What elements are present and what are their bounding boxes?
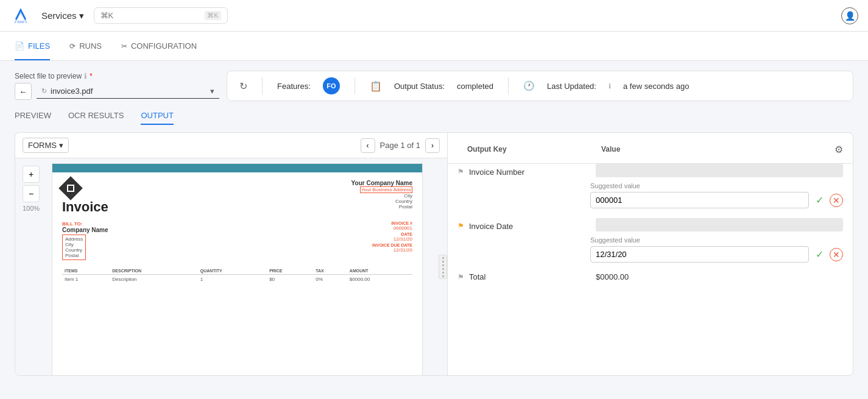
files-tab-label: FILES (28, 41, 50, 51)
tab-files[interactable]: 📄 FILES (15, 32, 50, 60)
invoice-date-reject-button[interactable]: ✕ (830, 248, 843, 261)
file-dropdown[interactable]: ↻ invoice3.pdf ▾ (37, 84, 219, 99)
next-page-button[interactable]: › (425, 138, 440, 153)
zoom-out-button[interactable]: − (23, 185, 40, 202)
invoice-number-input[interactable] (590, 192, 809, 208)
col-header-value: Value (601, 145, 620, 154)
invoice-date-input-row: ✓ ✕ (590, 246, 843, 263)
file-selector-label: Select file to preview ℹ * (15, 72, 219, 80)
invoice-right-info: INVOICE # 0000001 DATE 12/31/20 INVOICE … (372, 221, 412, 260)
user-icon: 👤 (845, 11, 855, 21)
invoice-company: Your Company Name Your Business Address … (351, 180, 412, 210)
invoice-table: ITEMS DESCRIPTION QUANTITY PRICE TAX AMO… (62, 267, 412, 284)
invoice-preview: Invoice Your Company Name Your Business … (52, 163, 423, 375)
invoice-col-quantity: QUANTITY (198, 267, 267, 275)
search-bar[interactable]: ⌘K (94, 7, 228, 24)
output-icon: 📋 (370, 80, 382, 92)
invoice-bill-section: BILL TO: Company Name Address City Count… (62, 221, 412, 260)
invoice-number-reject-button[interactable]: ✕ (830, 194, 843, 207)
flag-gray-icon-2: ⚑ (457, 273, 464, 281)
services-label: Services (41, 10, 77, 21)
invoice-number-key: Invoice Number (469, 168, 591, 177)
settings-gear-icon[interactable]: ⚙ (834, 144, 843, 155)
sub-tab-ocr-results[interactable]: OCR RESULTS (68, 111, 124, 125)
fo-badge: FO (323, 77, 340, 94)
output-status-value: completed (457, 82, 493, 91)
invoice-col-items: ITEMS (62, 267, 110, 275)
invoice-number-input-row: ✓ ✕ (590, 192, 843, 208)
invoice-col-price: PRICE (267, 267, 313, 275)
svg-rect-0 (17, 21, 24, 23)
sub-tabs: PREVIEW OCR RESULTS OUTPUT (15, 111, 853, 125)
page-label: Page 1 of 1 (380, 141, 421, 150)
sub-tab-preview[interactable]: PREVIEW (15, 111, 51, 125)
refresh-small-icon: ↻ (41, 87, 47, 95)
invoice-title: Invoice (62, 199, 108, 215)
info-icon-2: ℹ (609, 82, 611, 90)
tab-runs[interactable]: ⟳ RUNS (69, 32, 102, 60)
selected-file-name: invoice3.pdf (51, 87, 93, 96)
invoice-number-empty-bar (596, 164, 843, 177)
configuration-tab-icon: ✂ (121, 42, 127, 51)
keyboard-shortcut: ⌘K (205, 11, 221, 20)
col-header-key: Output Key (467, 145, 601, 154)
chevron-down-icon: ▾ (79, 10, 84, 21)
panel-resize-handle[interactable] (439, 255, 447, 279)
invoice-date-key: Invoice Date (469, 222, 591, 231)
total-value-area: $0000.00 (596, 272, 843, 281)
zoom-level: 100% (23, 205, 40, 212)
zoom-in-button[interactable]: + (23, 166, 40, 183)
zoom-controls: + − 100% (23, 166, 40, 212)
last-updated-value: a few seconds ago (623, 82, 689, 91)
invoice-col-tax: TAX (313, 267, 347, 275)
search-input[interactable] (101, 11, 186, 20)
output-status-label: Output Status: (394, 82, 445, 91)
output-item-invoice-number: ⚑ Invoice Number Suggested value ✓ (457, 164, 843, 208)
required-marker: * (90, 72, 93, 80)
main-tabs: 📄 FILES ⟳ RUNS ✂ CONFIGURATION (0, 32, 868, 61)
info-icon: ℹ (84, 72, 87, 80)
output-item-total: ⚑ Total $0000.00 (457, 272, 843, 281)
preview-toolbar: FORMS ▾ ‹ Page 1 of 1 › (15, 133, 447, 158)
back-arrow-icon: ← (19, 87, 27, 96)
clock-icon: 🕐 (523, 80, 535, 91)
preview-panel: FORMS ▾ ‹ Page 1 of 1 › + − 100% (15, 133, 448, 375)
runs-tab-icon: ⟳ (69, 42, 76, 51)
suggested-label-2: Suggested value (590, 236, 843, 244)
invoice-col-amount: AMOUNT (347, 267, 412, 275)
file-selector-row: Select file to preview ℹ * ← ↻ invoice3.… (15, 71, 853, 101)
invoice-number-confirm-button[interactable]: ✓ (813, 194, 826, 207)
invoice-col-description: DESCRIPTION (110, 267, 198, 275)
total-key: Total (469, 272, 591, 281)
features-label: Features: (277, 82, 311, 91)
output-panel-header: Output Key Value ⚙ (448, 133, 853, 164)
logo (10, 5, 32, 27)
back-button[interactable]: ← (15, 83, 32, 100)
configuration-tab-label: CONFIGURATION (131, 41, 197, 51)
forms-dropdown[interactable]: FORMS ▾ (23, 138, 69, 153)
files-tab-icon: 📄 (15, 41, 24, 51)
prev-page-button[interactable]: ‹ (361, 138, 375, 153)
refresh-button[interactable]: ↻ (239, 80, 247, 92)
forms-label: FORMS (28, 141, 57, 150)
main-content: Select file to preview ℹ * ← ↻ invoice3.… (0, 61, 868, 386)
output-item-invoice-date: ⚑ Invoice Date Suggested value ✓ ✕ (457, 218, 843, 263)
invoice-date-confirm-button[interactable]: ✓ (813, 248, 826, 261)
user-avatar[interactable]: 👤 (841, 7, 858, 24)
invoice-number-value-area (596, 164, 843, 180)
invoice-date-input[interactable] (590, 246, 809, 263)
services-menu-button[interactable]: Services ▾ (41, 10, 84, 21)
sub-tab-output[interactable]: OUTPUT (141, 111, 173, 125)
invoice-date-value-area (596, 218, 843, 234)
runs-tab-label: RUNS (79, 41, 102, 51)
output-items-list: ⚑ Invoice Number Suggested value ✓ (448, 164, 853, 291)
dropdown-chevron-icon: ▾ (210, 87, 214, 96)
forms-chevron-icon: ▾ (59, 141, 63, 150)
invoice-row: Item 1 Description 1 $0 0% $0000.00 (62, 275, 412, 284)
invoice-header-bar (52, 164, 422, 172)
tab-configuration[interactable]: ✂ CONFIGURATION (121, 32, 197, 60)
total-value: $0000.00 (596, 269, 629, 285)
flag-gray-icon: ⚑ (457, 168, 464, 176)
status-bar: ↻ Features: FO 📋 Output Status: complete… (227, 71, 853, 101)
content-area: FORMS ▾ ‹ Page 1 of 1 › + − 100% (15, 132, 853, 376)
